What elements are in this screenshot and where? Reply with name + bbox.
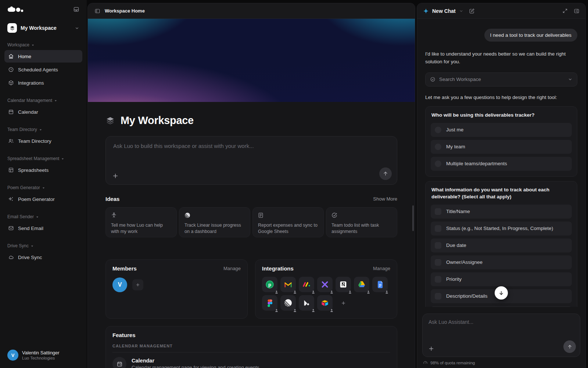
checkbox-icon[interactable]: [435, 225, 441, 232]
workspace-selector[interactable]: My Workspace: [4, 22, 82, 34]
sidebar-item-label: Team Directory: [18, 138, 51, 144]
sidebar-section-toggle[interactable]: Workspace: [4, 42, 82, 47]
question-option[interactable]: Priority: [431, 272, 572, 286]
add-integration-button[interactable]: [336, 295, 351, 311]
integration-google-drive-icon[interactable]: [354, 277, 369, 292]
table-icon: [8, 167, 14, 173]
main-header: Workspace Home: [88, 3, 415, 19]
sidebar-section-workspace: Workspace Home Scheduled Agents Integrat…: [4, 42, 82, 90]
radio-icon[interactable]: [435, 144, 441, 150]
expand-icon[interactable]: [562, 8, 568, 14]
section-label: Spreadsheet Management: [7, 156, 59, 161]
show-more-button[interactable]: Show More: [373, 196, 397, 202]
question-option[interactable]: Project/Category: [431, 306, 572, 307]
user-account[interactable]: V Valentin Sattinger Luo Technologies: [4, 347, 82, 363]
radio-icon[interactable]: [435, 160, 441, 167]
hero-banner: [88, 19, 415, 102]
integration-google-docs-icon[interactable]: [372, 277, 388, 292]
integration-lovable-icon[interactable]: [299, 295, 314, 311]
workspace-selector-label: My Workspace: [21, 25, 71, 31]
sidebar-section-toggle[interactable]: Calendar Management: [4, 98, 82, 103]
new-chat-compose-icon[interactable]: [469, 8, 475, 14]
arrow-up-icon: [567, 344, 573, 350]
attach-plus-icon[interactable]: [428, 345, 435, 352]
idea-card[interactable]: Track Linear issue progress on a dashboa…: [179, 207, 250, 237]
sidebar-item-send-email[interactable]: Send Email: [4, 222, 82, 234]
main-panel: Workspace Home My Workspace Ideas: [87, 3, 415, 368]
panel-right-toggle-icon[interactable]: [574, 8, 580, 14]
chevron-down-icon[interactable]: [459, 9, 463, 13]
sidebar-item-scheduled-agents[interactable]: Scheduled Agents: [4, 63, 82, 76]
search-workspace-dropdown[interactable]: Search Workspace: [425, 72, 577, 86]
send-message-button[interactable]: [563, 340, 576, 353]
sidebar-section-toggle[interactable]: Team Directory: [4, 127, 82, 132]
idea-card-text: Team todo list with task assignments: [331, 222, 392, 235]
checkbox-icon[interactable]: [435, 293, 441, 300]
sidebar-collapse-icon[interactable]: [73, 6, 79, 13]
integrations-manage-button[interactable]: Manage: [373, 266, 390, 271]
arrow-up-icon: [383, 171, 388, 177]
integration-gmail-icon[interactable]: [280, 277, 296, 292]
feature-name: Calendar: [132, 358, 259, 364]
sidebar-item-team-directory[interactable]: Team Directory: [4, 135, 82, 147]
sidebar-item-calendar[interactable]: Calendar: [4, 106, 82, 118]
sidebar-item-home[interactable]: Home: [4, 50, 82, 63]
chat-input[interactable]: [423, 314, 580, 357]
person-badge-icon: [293, 290, 297, 294]
integration-padlet-icon[interactable]: p: [262, 277, 277, 292]
question-option[interactable]: Due date: [431, 238, 572, 252]
question-option[interactable]: Just me: [431, 123, 572, 137]
sidebar-section-toggle[interactable]: Poem Generator: [4, 185, 82, 190]
sidebar-item-poem-generator[interactable]: Poem Generator: [4, 193, 82, 205]
member-avatar[interactable]: V: [112, 277, 127, 292]
question-option[interactable]: My team: [431, 140, 572, 154]
panel-left-toggle-icon[interactable]: [94, 8, 100, 14]
home-icon: [8, 53, 14, 59]
checkbox-icon[interactable]: [435, 276, 441, 283]
sidebar-section-toggle[interactable]: Spreadsheet Management: [4, 156, 82, 161]
divider: [112, 352, 390, 353]
person-badge-icon: [275, 290, 279, 294]
sidebar-item-drive-sync[interactable]: Drive Sync: [4, 251, 82, 263]
question-option[interactable]: Owner/Assignee: [431, 255, 572, 269]
radio-icon[interactable]: [435, 127, 441, 133]
plus-icon: [135, 282, 140, 287]
person-badge-icon: [366, 290, 370, 294]
cloud-sync-icon: [8, 254, 14, 260]
feature-group-label: CALENDAR MANAGEMENT: [112, 344, 390, 348]
question-option[interactable]: Title/Name: [431, 205, 572, 219]
members-manage-button[interactable]: Manage: [223, 266, 241, 271]
user-message-bubble: I need a tool to track our deliverables: [484, 29, 577, 42]
checkbox-icon[interactable]: [435, 208, 441, 215]
integration-monday-icon[interactable]: [299, 277, 314, 292]
add-member-button[interactable]: [132, 279, 143, 290]
checkbox-icon[interactable]: [435, 259, 441, 266]
send-prompt-button[interactable]: [379, 167, 392, 180]
person-badge-icon: [311, 308, 315, 312]
integration-notion-icon[interactable]: [336, 277, 351, 292]
integration-airtable-icon[interactable]: [317, 295, 333, 311]
checkbox-icon[interactable]: [435, 242, 441, 249]
idea-card[interactable]: Team todo list with task assignments: [326, 207, 397, 237]
workspace-prompt-input[interactable]: [106, 137, 397, 184]
sidebar-item-integrations[interactable]: Integrations: [4, 77, 82, 89]
quota-text: 98% of quota remaining: [430, 361, 475, 365]
scrollbar-thumb[interactable]: [412, 205, 414, 231]
integration-linear-icon[interactable]: [280, 295, 296, 311]
integration-figma-icon[interactable]: [262, 295, 277, 311]
question-option[interactable]: Multiple teams/departments: [431, 157, 572, 171]
chevron-down-icon: [42, 186, 45, 190]
question-title: Who will be using this deliverables trac…: [431, 112, 571, 119]
chat-input-area: 98% of quota remaining: [417, 314, 585, 368]
scroll-to-bottom-button[interactable]: [495, 286, 508, 300]
option-label: Due date: [446, 243, 466, 248]
integration-mixpanel-icon[interactable]: [317, 277, 333, 292]
question-option[interactable]: Status (e.g., Not Started, In Progress, …: [431, 222, 572, 236]
sidebar-section-toggle[interactable]: Drive Sync: [4, 243, 82, 248]
sidebar-item-spreadsheets[interactable]: Spreadsheets: [4, 164, 82, 176]
idea-card[interactable]: Tell me how Luo can help with my work: [105, 207, 177, 237]
sidebar-section-toggle[interactable]: Email Sender: [4, 214, 82, 219]
idea-card[interactable]: Report expenses and sync to Google Sheet…: [252, 207, 324, 237]
attach-plus-icon[interactable]: [112, 172, 119, 180]
feature-item-calendar[interactable]: Calendar Calendar management page for vi…: [112, 357, 390, 368]
